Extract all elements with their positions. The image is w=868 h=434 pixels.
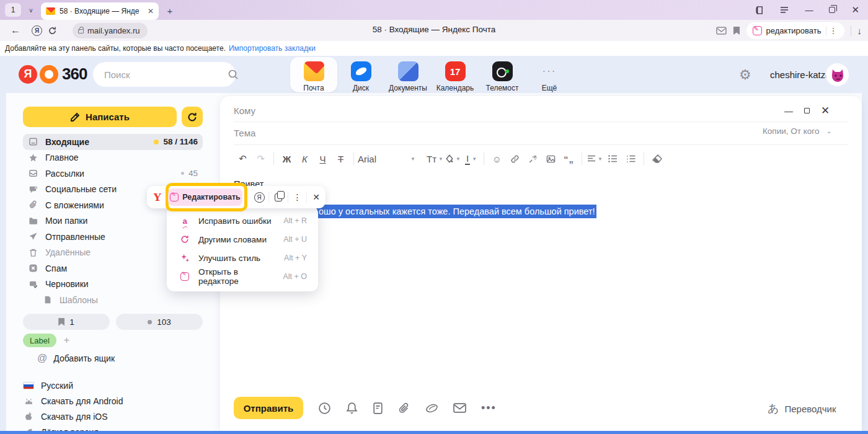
extension-more-icon[interactable]: ⋮	[826, 26, 841, 35]
close-icon[interactable]: ✕	[851, 4, 859, 16]
chat-icon	[28, 185, 38, 194]
avatar[interactable]	[826, 63, 849, 86]
italic-button[interactable]: К	[296, 151, 314, 167]
translator-button[interactable]: あ Переводчик	[768, 401, 836, 416]
more-actions-icon[interactable]: •••	[481, 402, 497, 415]
assistant-edit-button[interactable]: Редактировать	[168, 188, 243, 206]
back-icon[interactable]: ←	[5, 25, 26, 36]
address-bar[interactable]: mail.yandex.ru	[73, 23, 148, 38]
tab-close-icon[interactable]: ✕	[148, 7, 154, 16]
schedule-send-icon[interactable]	[318, 402, 331, 415]
lock-icon	[78, 29, 84, 33]
app-disk[interactable]: Диск	[337, 57, 384, 92]
tab-list-chevron-icon[interactable]: ∨	[25, 3, 37, 17]
menu-item-improve-style[interactable]: Улучшить стиль Alt + Y	[167, 249, 318, 267]
edit-extension-label: редактировать	[766, 26, 822, 35]
download-ios-link[interactable]: Скачать для iOS	[23, 409, 123, 424]
bookmarks-hint-text: Добавляйте на эту панель сайты, которые …	[5, 44, 226, 53]
neuro-edit-extension-button[interactable]: редактировать ⋮	[746, 22, 844, 39]
app-calendar[interactable]: 17 Календарь	[432, 57, 479, 92]
align-select[interactable]: ▼	[586, 151, 604, 167]
compose-close-icon[interactable]: ✕	[821, 104, 830, 117]
browser-menu-icon[interactable]	[780, 6, 789, 14]
newsletters-count: 45	[188, 169, 198, 178]
subject-input[interactable]	[234, 128, 767, 138]
subject-field[interactable]	[234, 122, 767, 144]
side-panel-icon[interactable]	[755, 6, 764, 15]
numbered-list-icon[interactable]	[622, 151, 640, 167]
underline-button[interactable]: Ч	[314, 151, 332, 167]
menu-item-rephrase[interactable]: Другими словами Alt + U	[167, 230, 318, 249]
menu-item-open-editor[interactable]: Открыть в редакторе Alt + O	[167, 267, 318, 286]
sent-icon	[28, 232, 38, 241]
app-mail[interactable]: Почта	[290, 57, 337, 92]
copy-icon[interactable]	[269, 193, 288, 202]
folder-main[interactable]: Главное	[23, 150, 203, 166]
to-field[interactable]	[234, 99, 767, 122]
tab-counter[interactable]: 1	[5, 3, 21, 17]
mail-notifier-icon[interactable]	[716, 27, 727, 35]
eraser-icon[interactable]	[648, 151, 666, 167]
yandex360-logo[interactable]: Я 360	[19, 64, 87, 84]
compose-maximize-icon[interactable]	[804, 108, 810, 113]
notify-icon[interactable]	[346, 402, 358, 415]
restore-icon[interactable]	[829, 7, 835, 13]
yandex-search-icon[interactable]: Я	[250, 192, 268, 203]
text-color-select[interactable]: I▼	[462, 151, 480, 167]
russian-flag-icon	[23, 382, 34, 389]
to-input[interactable]	[234, 105, 767, 116]
search-input[interactable]	[104, 69, 228, 80]
strikethrough-button[interactable]: Т	[332, 151, 350, 167]
emoji-icon[interactable]: ☺	[488, 151, 506, 167]
minimize-icon[interactable]: —	[805, 6, 813, 15]
add-label-icon[interactable]: +	[64, 335, 69, 346]
compose-button[interactable]: Написать	[23, 107, 177, 127]
selected-text[interactable]: ошо у остальных кажется тоже. Передавай …	[310, 205, 596, 218]
unlink-icon[interactable]	[524, 151, 542, 167]
toolbar-close-icon[interactable]: ✕	[307, 192, 326, 202]
label-tag[interactable]: Label	[23, 334, 56, 347]
import-bookmarks-link[interactable]: Импортировать закладки	[229, 44, 316, 53]
quote-icon[interactable]: “„	[560, 151, 578, 167]
folder-inbox[interactable]: Входящие 58 / 1146	[23, 134, 203, 150]
font-family-select[interactable]: Arial ▼	[358, 151, 426, 167]
new-tab-button[interactable]: +	[164, 4, 176, 17]
font-size-select[interactable]: Тт▼	[426, 151, 444, 167]
undo-icon[interactable]: ↶	[234, 151, 252, 167]
cc-from-toggle[interactable]: Копии, От кого ⌄	[763, 126, 832, 136]
compose-minimize-icon[interactable]: —	[784, 106, 793, 116]
download-android-link[interactable]: Скачать для Android	[23, 393, 123, 409]
app-docs[interactable]: Документы	[384, 57, 432, 92]
send-button[interactable]: Отправить	[234, 397, 303, 419]
bookmarks-pill[interactable]: 1	[23, 314, 110, 330]
bookmark-flag-icon[interactable]	[733, 26, 740, 35]
note-icon[interactable]	[373, 402, 383, 415]
folder-templates[interactable]: Шаблоны	[23, 292, 203, 308]
bold-button[interactable]: Ж	[278, 151, 296, 167]
username[interactable]: cheshire-katze	[770, 69, 831, 80]
folder-newsletters[interactable]: Рассылки 45	[23, 166, 203, 182]
link-icon[interactable]	[506, 151, 524, 167]
browser-tab[interactable]: 58 · Входящие — Янде ✕	[41, 2, 159, 20]
insert-image-icon[interactable]	[542, 151, 560, 167]
app-telemost[interactable]: Телемост	[479, 57, 526, 92]
toolbar-more-icon[interactable]: ⋮	[288, 192, 307, 202]
downloads-icon[interactable]: ↓	[851, 25, 862, 36]
add-mailbox[interactable]: @ Добавить ящик	[37, 353, 115, 364]
refresh-button[interactable]	[182, 107, 203, 127]
yandex-browser-icon[interactable]: Я	[32, 25, 42, 36]
reload-icon[interactable]	[48, 26, 69, 35]
menu-item-fix-errors[interactable]: a Исправить ошибки Alt + R	[167, 211, 318, 230]
unread-pill[interactable]: 103	[116, 314, 203, 330]
fill-color-select[interactable]: ▼	[444, 151, 462, 167]
bullet-list-icon[interactable]	[604, 151, 622, 167]
disk-attach-icon[interactable]	[425, 402, 438, 414]
redo-icon[interactable]: ↷	[252, 151, 270, 167]
app-more[interactable]: ··· Ещё	[526, 57, 573, 92]
bottom-edge	[0, 431, 868, 434]
postcard-icon[interactable]	[453, 403, 466, 413]
search-box[interactable]	[93, 62, 236, 87]
attach-icon[interactable]	[398, 402, 410, 415]
language-link[interactable]: Русский	[23, 378, 123, 393]
settings-gear-icon[interactable]: ⚙	[739, 67, 751, 83]
